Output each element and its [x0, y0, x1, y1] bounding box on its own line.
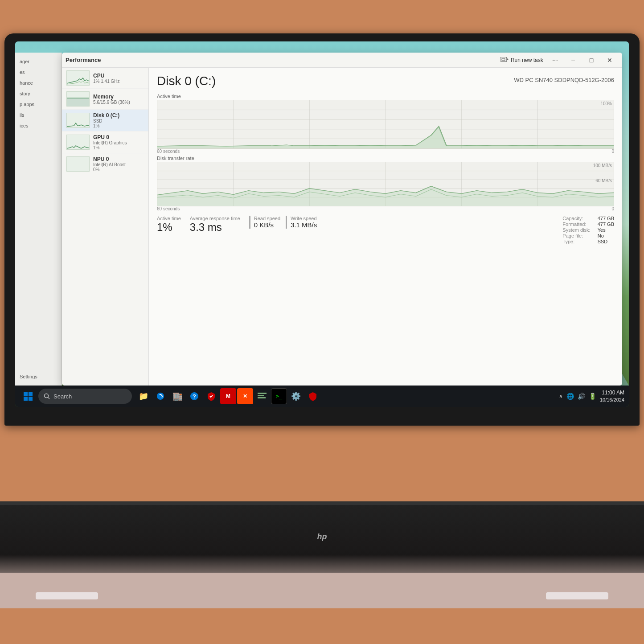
- disk-metadata: Capacity: 477 GB Formatted: 477 GB Syste…: [562, 216, 614, 244]
- active-time-label: Active time: [157, 94, 614, 99]
- formatted-value: 477 GB: [598, 222, 614, 227]
- sidebar-item-cpu[interactable]: CPU 1% 1.41 GHz: [62, 68, 148, 89]
- transfer-mid: 60 MB/s: [595, 178, 612, 183]
- memory-name: Memory: [93, 94, 130, 100]
- left-nav-partial: ager es hance story p apps ils ices Sett…: [15, 53, 62, 386]
- volume-icon[interactable]: 🔊: [578, 393, 585, 400]
- run-task-icon: [500, 57, 509, 63]
- title-bar: Performance Run new task ··· − □: [62, 53, 622, 68]
- stat-avg-response: Average response time 3.3 ms: [190, 216, 240, 234]
- taskbar-icon-task-manager[interactable]: [254, 388, 270, 404]
- taskbar-icon-terminal[interactable]: >_: [271, 388, 287, 404]
- performance-sidebar: CPU 1% 1.41 GHz Memory: [62, 68, 149, 386]
- svg-rect-31: [258, 395, 264, 396]
- maximize-button[interactable]: □: [582, 53, 600, 67]
- svg-rect-2: [67, 98, 90, 107]
- taskbar-icon-app2[interactable]: ✕: [237, 388, 253, 404]
- taskbar-icon-mcafee[interactable]: [203, 388, 219, 404]
- battery-icon[interactable]: 🔋: [589, 393, 596, 400]
- run-new-task-button[interactable]: Run new task: [498, 56, 546, 65]
- nav-item-ils[interactable]: ils: [15, 110, 62, 120]
- taskbar-icon-files[interactable]: 📁: [135, 388, 152, 404]
- sidebar-item-disk[interactable]: Disk 0 (C:) SSD 1%: [62, 110, 148, 131]
- npu-info: NPU 0 Intel(R) AI Boost 0%: [93, 156, 126, 172]
- disk-info: Disk 0 (C:) SSD 1%: [93, 112, 119, 128]
- disk-header: Disk 0 (C:) WD PC SN740 SDDPNQD-512G-200…: [157, 74, 614, 88]
- gpu-usage: 1%: [93, 145, 127, 150]
- active-time-section: Active time: [157, 94, 614, 154]
- stat-avg-response-value: 3.3 ms: [190, 221, 240, 234]
- read-speed-label: Read speed: [254, 216, 280, 221]
- close-button[interactable]: ✕: [601, 53, 619, 67]
- network-icon[interactable]: 🌐: [566, 393, 574, 400]
- npu-mini-graph: [66, 156, 90, 172]
- memory-mini-graph: [66, 91, 90, 107]
- window-controls: − □ ✕: [564, 53, 619, 67]
- nav-item-ices[interactable]: ices: [15, 120, 62, 131]
- taskbar-icon-store[interactable]: 🏬: [169, 388, 185, 404]
- svg-line-27: [48, 398, 50, 399]
- formatted-label: Formatted:: [562, 222, 590, 227]
- gpu-sub: Intel(R) Graphics: [93, 140, 127, 145]
- disk-usage: 1%: [93, 123, 119, 128]
- disk-stats-row: Active time 1% Average response time 3.3…: [157, 216, 614, 244]
- search-bar[interactable]: Search: [38, 389, 132, 404]
- start-button[interactable]: [20, 388, 37, 405]
- disk-type: SSD: [93, 119, 119, 123]
- nav-item-es[interactable]: es: [15, 67, 62, 78]
- capacity-label: Capacity:: [562, 216, 590, 221]
- sidebar-item-memory[interactable]: Memory 5.6/15.6 GB (36%): [62, 89, 148, 110]
- taskbar-icon-edge[interactable]: [152, 388, 168, 404]
- taskbar-icon-app1[interactable]: M: [220, 388, 236, 404]
- disk-mini-graph: [66, 113, 90, 128]
- svg-rect-30: [258, 393, 267, 394]
- minimize-button[interactable]: −: [564, 53, 582, 67]
- write-speed-value: 3.1 MB/s: [291, 221, 317, 229]
- gpu-info: GPU 0 Intel(R) Graphics 1%: [93, 134, 127, 150]
- svg-rect-22: [24, 392, 28, 396]
- gpu-name: GPU 0: [93, 134, 127, 140]
- npu-sub: Intel(R) AI Boost: [93, 162, 126, 167]
- gpu-mini-graph: [66, 135, 90, 150]
- system-tray: ∧ 🌐 🔊 🔋 11:00 AM 10/16/2024: [559, 389, 624, 403]
- read-speed-stat: Read speed 0 KB/s: [249, 216, 280, 229]
- sidebar-item-gpu[interactable]: GPU 0 Intel(R) Graphics 1%: [62, 131, 148, 153]
- write-speed-stat: Write speed 3.1 MB/s: [286, 216, 317, 229]
- type-value: SSD: [598, 239, 614, 244]
- tray-chevron[interactable]: ∧: [559, 393, 563, 399]
- svg-rect-32: [258, 397, 266, 398]
- capacity-value: 477 GB: [598, 216, 614, 221]
- window-body: CPU 1% 1.41 GHz Memory: [62, 68, 622, 386]
- clock-time: 11:00 AM: [600, 389, 624, 397]
- nav-item-hance[interactable]: hance: [15, 78, 62, 88]
- run-task-label: Run new task: [511, 57, 543, 63]
- taskbar-icon-settings[interactable]: ⚙️: [288, 388, 304, 404]
- nav-item-manager[interactable]: ager: [15, 56, 62, 67]
- svg-rect-25: [29, 397, 33, 401]
- sidebar-item-npu[interactable]: NPU 0 Intel(R) AI Boost 0%: [62, 153, 148, 175]
- settings-nav-item[interactable]: Settings: [15, 371, 62, 382]
- taskbar-icon-security[interactable]: [305, 388, 321, 404]
- active-time-max: 100%: [600, 101, 612, 106]
- write-speed-label: Write speed: [291, 216, 317, 221]
- memory-info: Memory 5.6/15.6 GB (36%): [93, 94, 130, 105]
- disk-name: Disk 0 (C:): [93, 112, 119, 119]
- taskbar-icon-help[interactable]: ?: [186, 388, 202, 404]
- system-disk-label: System disk:: [562, 227, 590, 233]
- svg-point-26: [45, 394, 49, 398]
- nav-item-story[interactable]: story: [15, 88, 62, 99]
- npu-usage: 0%: [93, 167, 126, 172]
- clock-display[interactable]: 11:00 AM 10/16/2024: [600, 389, 624, 403]
- system-disk-value: Yes: [598, 227, 614, 233]
- cpu-info: CPU 1% 1.41 GHz: [93, 73, 119, 84]
- transfer-footer: 60 seconds 0: [157, 206, 614, 211]
- read-speed-value: 0 KB/s: [254, 221, 280, 229]
- svg-rect-1: [502, 58, 505, 61]
- clock-date: 10/16/2024: [600, 397, 624, 403]
- cpu-name: CPU: [93, 73, 119, 79]
- nav-item-apps[interactable]: p apps: [15, 99, 62, 110]
- window-title: Performance: [66, 57, 101, 63]
- type-label: Type:: [562, 239, 590, 244]
- more-options-button[interactable]: ···: [550, 55, 561, 66]
- memory-usage: 5.6/15.6 GB (36%): [93, 100, 130, 105]
